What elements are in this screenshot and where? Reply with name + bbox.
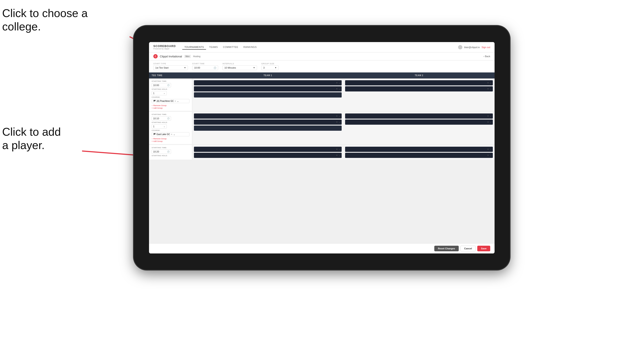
start-type-label: Start Type <box>153 63 188 65</box>
group-size-value: 3 <box>263 66 264 69</box>
annotation-bottom-line1: Click to add <box>2 126 61 138</box>
nav-rankings[interactable]: RANKINGS <box>241 45 259 50</box>
player-slot[interactable]: ✕ ⌄ <box>345 114 493 119</box>
starting-hole-input-2[interactable]: 1 ⌄ <box>152 124 167 129</box>
remove-group-link-1[interactable]: ○ Remove Group <box>152 104 190 107</box>
clippd-logo: C <box>153 54 158 58</box>
close-icon[interactable]: ✕ <box>336 88 338 90</box>
team1-players-2: ✕ ⌄ ✕ ⌄ <box>192 112 344 144</box>
close-icon[interactable]: ✕ <box>487 121 489 123</box>
group-size-select[interactable]: 3 ▼ <box>261 65 278 70</box>
nav-teams[interactable]: TEAMS <box>207 45 220 50</box>
nav-tournaments[interactable]: TOURNAMENTS <box>182 45 206 50</box>
chevron-icon[interactable]: ⌄ <box>490 115 492 117</box>
chevron-icon[interactable]: ⌄ <box>339 121 340 123</box>
tee-controls-3: STARTING TIME: 10:20 🕙 STARTING HOLE: <box>149 145 192 160</box>
course-name-2: East Lake GC <box>156 133 170 136</box>
cancel-button[interactable]: Cancel <box>460 246 476 251</box>
content-area: Tee Time Team 1 Team 2 STARTING TIME: 10… <box>149 72 494 243</box>
nav-links: TOURNAMENTS TEAMS COMMITTEE RANKINGS <box>182 45 458 50</box>
back-button[interactable]: ‹ Back <box>484 55 490 58</box>
chevron-icon[interactable]: ⌄ <box>339 154 340 156</box>
course-name-1: (A) Peachtree GC <box>156 100 174 102</box>
course-label-1: COURSE: <box>152 96 190 98</box>
chevron-icon[interactable]: ⌄ <box>490 88 492 90</box>
chevron-icon[interactable]: ⌄ <box>339 115 340 117</box>
close-icon[interactable]: ✕ <box>336 148 338 150</box>
player-slot[interactable]: ✕ ⌄ <box>194 80 342 85</box>
team2-players-3: ✕ ⌄ ✕ ⌄ <box>344 145 494 160</box>
add-group-link-1[interactable]: + Add Group <box>152 107 190 109</box>
close-icon[interactable]: ✕ <box>487 82 489 84</box>
starting-time-label-2: STARTING TIME: <box>152 114 190 115</box>
chevron-icon[interactable]: ⌄ <box>490 121 492 123</box>
gender-badge: Men <box>184 55 191 58</box>
start-time-label: Start Time <box>192 63 218 65</box>
nav-committee[interactable]: COMMITTEE <box>221 45 240 50</box>
chevron-icon[interactable]: ⌄ <box>339 82 340 84</box>
player-slot[interactable] <box>194 126 342 131</box>
starting-time-label-1: STARTING TIME: <box>152 80 190 82</box>
start-time-select[interactable]: 10:00 🕙 <box>192 65 218 70</box>
close-icon[interactable]: ✕ <box>487 88 489 90</box>
player-slot[interactable]: ✕ ⌄ <box>194 147 342 152</box>
reset-button[interactable]: Reset Changes <box>434 246 459 251</box>
chevron-icon-course-1: ⌄ <box>177 100 179 102</box>
clock-icon-1: 🕙 <box>167 84 170 86</box>
tee-row: STARTING TIME: 10:20 🕙 STARTING HOLE: ✕ … <box>149 145 494 160</box>
chevron-icon[interactable]: ⌄ <box>339 88 340 90</box>
remove-group-link-2[interactable]: ○ Remove Group <box>152 138 190 140</box>
player-slot[interactable]: ✕ ⌄ <box>194 120 342 125</box>
player-slot[interactable]: ✕ ⌄ <box>194 114 342 119</box>
player-slot[interactable]: ✕ ⌄ <box>194 153 342 158</box>
user-email: blair@clippd.io <box>464 46 480 48</box>
team2-players-1: ✕ ⌄ ✕ ⌄ <box>344 79 494 111</box>
hosting-badge: Hosting <box>193 55 200 58</box>
player-slot[interactable]: ✕ ⌄ <box>345 147 493 152</box>
annotation-top-line2: college. <box>2 20 41 33</box>
close-icon[interactable]: ✕ <box>487 148 489 150</box>
sign-out-link[interactable]: Sign out <box>482 46 490 48</box>
player-slot[interactable]: ✕ ⌄ <box>345 120 493 125</box>
course-tag-1[interactable]: 🏴 (A) Peachtree GC ✕ ⌄ <box>152 99 190 103</box>
player-slot[interactable]: ✕ ⌄ <box>345 153 493 158</box>
player-slot[interactable]: ✕ ⌄ <box>345 86 493 91</box>
group-size-group: Group Size 3 ▼ <box>261 63 278 70</box>
course-tag-2[interactable]: 🏴 East Lake GC ✕ ⌄ <box>152 132 190 136</box>
close-icon[interactable]: ✕ <box>336 82 338 84</box>
course-label-2: COURSE: <box>152 129 190 131</box>
starting-time-label-3: STARTING TIME: <box>152 147 190 149</box>
clock-icon-2: 🕙 <box>167 117 170 120</box>
player-slot[interactable] <box>194 92 342 98</box>
close-icon[interactable]: ✕ <box>336 121 338 123</box>
control-actions-1: ○ Remove Group + Add Group <box>152 104 190 109</box>
chevron-icon[interactable]: ⌄ <box>490 154 492 156</box>
close-icon[interactable]: ✕ <box>336 154 338 156</box>
chevron-icon[interactable]: ⌄ <box>339 148 340 150</box>
save-button[interactable]: Save <box>477 246 490 251</box>
player-slot[interactable]: ✕ ⌄ <box>345 80 493 85</box>
close-icon[interactable]: ✕ <box>487 154 489 156</box>
intervals-select[interactable]: 10 Minutes ▼ <box>222 65 257 70</box>
course-remove-icon-1[interactable]: ✕ <box>174 100 176 102</box>
course-remove-icon-2[interactable]: ✕ <box>171 133 172 136</box>
navbar: SCOREBOARD Powered by clippd TOURNAMENTS… <box>149 42 494 52</box>
group-size-label: Group Size <box>261 63 278 65</box>
starting-time-input-2[interactable]: 10:10 🕙 <box>152 116 171 121</box>
chevron-icon[interactable]: ⌄ <box>490 82 492 84</box>
starting-time-input-1[interactable]: 10:00 🕙 <box>152 83 171 87</box>
tee-row: STARTING TIME: 10:00 🕙 STARTING HOLE: 1 … <box>149 79 494 111</box>
close-icon[interactable]: ✕ <box>487 115 489 117</box>
starting-hole-input-1[interactable]: 1 ⌄ <box>152 91 167 95</box>
annotation-bottom: Click to add a player. <box>2 125 61 152</box>
start-time-group: Start Time 10:00 🕙 <box>192 63 218 70</box>
starting-hole-label-1: STARTING HOLE: <box>152 88 190 90</box>
add-group-link-2[interactable]: + Add Group <box>152 140 190 142</box>
form-row: Start Type 1st Tee Start ▼ Start Time 10… <box>149 60 494 72</box>
chevron-icon[interactable]: ⌄ <box>490 148 492 150</box>
starting-time-input-3[interactable]: 10:20 🕙 <box>152 150 171 154</box>
player-slot[interactable]: ✕ ⌄ <box>194 86 342 91</box>
starting-hole-label-3: STARTING HOLE: <box>152 155 190 157</box>
start-type-select[interactable]: 1st Tee Start ▼ <box>153 65 188 70</box>
close-icon[interactable]: ✕ <box>336 115 338 117</box>
